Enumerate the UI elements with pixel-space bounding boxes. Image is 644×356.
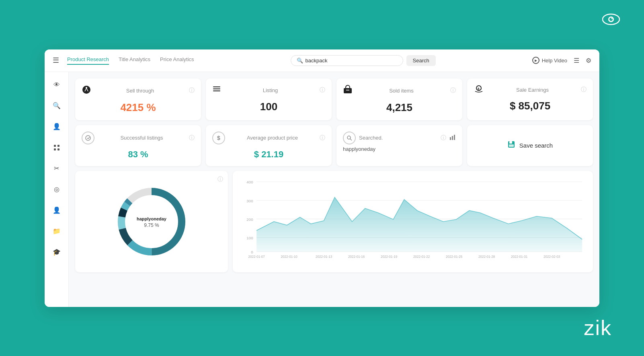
sidebar-item-graduation[interactable]: 🎓 xyxy=(50,246,63,259)
sidebar-item-user[interactable]: 👤 xyxy=(50,120,63,133)
svg-text:2022-02-03: 2022-02-03 xyxy=(544,255,560,259)
sidebar-item-profile[interactable]: 👤 xyxy=(50,204,63,217)
svg-rect-21 xyxy=(452,136,453,140)
svg-rect-22 xyxy=(454,135,455,140)
stats-row-1: Sell through ⓘ 4215 % xyxy=(75,78,593,120)
stat-avg-price: $ Average product price ⓘ $ 21.19 xyxy=(206,125,332,166)
svg-rect-7 xyxy=(57,148,59,150)
hamburger-icon[interactable]: ☰ xyxy=(53,56,59,65)
tab-product-research[interactable]: Product Research xyxy=(67,56,109,65)
help-video-button[interactable]: ▶ Help Video xyxy=(532,57,567,64)
help-video-label: Help Video xyxy=(542,58,567,64)
sale-earnings-value: $ 85,075 xyxy=(474,100,587,112)
sell-through-icon xyxy=(82,85,91,97)
svg-text:happlyoneday: happlyoneday xyxy=(137,216,167,221)
sell-through-info-icon[interactable]: ⓘ xyxy=(189,87,195,94)
bar-chart-icon[interactable] xyxy=(449,134,456,142)
svg-text:2022-01-07: 2022-01-07 xyxy=(248,255,265,259)
content-area: Sell through ⓘ 4215 % xyxy=(69,72,599,307)
successful-listings-info-icon[interactable]: ⓘ xyxy=(189,134,195,142)
donut-chart: happlyoneday 9.75 % xyxy=(115,185,188,258)
svg-text:100: 100 xyxy=(246,235,253,240)
avg-price-info-icon[interactable]: ⓘ xyxy=(320,134,325,142)
tab-title-analytics[interactable]: Title Analytics xyxy=(119,56,150,65)
svg-rect-5 xyxy=(57,145,59,147)
svg-text:400: 400 xyxy=(246,180,253,184)
save-search-card[interactable]: Save search xyxy=(467,125,593,166)
stats-row-2: Successful listings ⓘ 83 % $ Average pro… xyxy=(75,125,593,166)
sidebar-item-target[interactable]: ◎ xyxy=(50,183,63,196)
bottom-section: ⓘ xyxy=(75,171,593,272)
stat-successful-listings: Successful listings ⓘ 83 % xyxy=(75,125,201,166)
sold-items-info-icon[interactable]: ⓘ xyxy=(450,87,456,94)
app-container: ☰ Product Research Title Analytics Price… xyxy=(45,49,599,307)
listing-icon xyxy=(212,85,221,96)
sidebar-item-hierarchy[interactable] xyxy=(50,141,63,154)
listing-info-icon[interactable]: ⓘ xyxy=(320,86,325,94)
svg-text:9.75 %: 9.75 % xyxy=(144,222,159,228)
brand-eye-icon xyxy=(602,12,620,29)
svg-point-9 xyxy=(86,87,87,88)
brand-name: zik xyxy=(584,316,612,340)
sell-through-value: 4215 % xyxy=(82,101,195,114)
settings-icon[interactable]: ⚙ xyxy=(586,57,591,64)
svg-rect-24 xyxy=(509,141,512,144)
searched-actions: ⓘ xyxy=(441,134,456,142)
svg-text:2022-01-28: 2022-01-28 xyxy=(478,255,495,259)
sidebar-item-search[interactable]: 🔍 xyxy=(50,99,63,112)
svg-rect-13 xyxy=(344,88,352,93)
searched-info-icon[interactable]: ⓘ xyxy=(441,134,446,142)
sale-earnings-label: Sale Earnings xyxy=(484,87,581,93)
play-icon: ▶ xyxy=(532,57,539,64)
sidebar-item-folder[interactable]: 📁 xyxy=(50,225,63,238)
save-icon xyxy=(507,140,515,150)
svg-text:$: $ xyxy=(478,87,480,91)
svg-text:200: 200 xyxy=(246,217,253,221)
sale-earnings-info-icon[interactable]: ⓘ xyxy=(581,86,587,93)
stat-listing: Listing ⓘ 100 xyxy=(206,78,332,120)
svg-text:2022-01-22: 2022-01-22 xyxy=(413,255,430,259)
svg-line-19 xyxy=(350,139,352,140)
svg-rect-25 xyxy=(509,144,514,147)
search-icon: 🔍 xyxy=(297,58,303,64)
donut-chart-card: ⓘ xyxy=(75,171,228,272)
search-value: backpack xyxy=(306,58,328,64)
svg-rect-10 xyxy=(213,86,220,87)
sidebar-item-eye[interactable]: 👁 xyxy=(50,78,63,91)
sell-through-label: Sell through xyxy=(91,88,189,94)
area-chart-card: 400 300 200 100 0 xyxy=(233,171,593,272)
donut-info-icon[interactable]: ⓘ xyxy=(217,176,223,183)
svg-point-17 xyxy=(86,136,90,140)
sold-items-value: 4,215 xyxy=(343,101,456,114)
search-wrapper: 🔍 backpack xyxy=(291,55,403,66)
stat-searched: Searched. ⓘ xyxy=(336,125,462,166)
svg-rect-12 xyxy=(213,91,220,91)
svg-text:2022-01-10: 2022-01-10 xyxy=(281,255,298,259)
svg-rect-11 xyxy=(213,88,220,89)
avg-price-label: Average product price xyxy=(225,135,320,141)
nav-right: ▶ Help Video ☰ ⚙ xyxy=(532,57,591,64)
svg-text:2022-01-25: 2022-01-25 xyxy=(446,255,463,259)
svg-rect-20 xyxy=(450,137,451,140)
svg-text:2022-01-31: 2022-01-31 xyxy=(511,255,528,259)
tab-price-analytics[interactable]: Price Analytics xyxy=(160,56,194,65)
svg-text:0: 0 xyxy=(251,250,253,254)
nav-tabs: Product Research Title Analytics Price A… xyxy=(67,56,194,65)
sale-earnings-icon: $ xyxy=(474,85,484,95)
listing-value: 100 xyxy=(212,101,325,113)
sidebar-item-tools[interactable]: ✂ xyxy=(50,162,63,175)
sold-items-label: Sold items xyxy=(353,88,450,94)
menu-icon[interactable]: ☰ xyxy=(574,57,579,64)
stat-sold-items: Sold items ⓘ 4,215 xyxy=(336,78,462,120)
searched-term: happlyoneday xyxy=(343,146,456,152)
stat-sell-through: Sell through ⓘ 4215 % xyxy=(75,78,201,120)
area-chart-svg: 400 300 200 100 0 xyxy=(239,177,587,266)
sold-items-icon xyxy=(343,85,353,97)
svg-point-34 xyxy=(128,198,175,245)
svg-rect-6 xyxy=(54,148,56,150)
main-layout: 👁 🔍 👤 ✂ ◎ 👤 📁 🎓 xyxy=(45,72,599,307)
successful-listings-value: 83 % xyxy=(82,149,195,160)
save-search-label: Save search xyxy=(519,142,553,149)
svg-text:300: 300 xyxy=(246,198,253,203)
search-button[interactable]: Search xyxy=(406,55,436,66)
